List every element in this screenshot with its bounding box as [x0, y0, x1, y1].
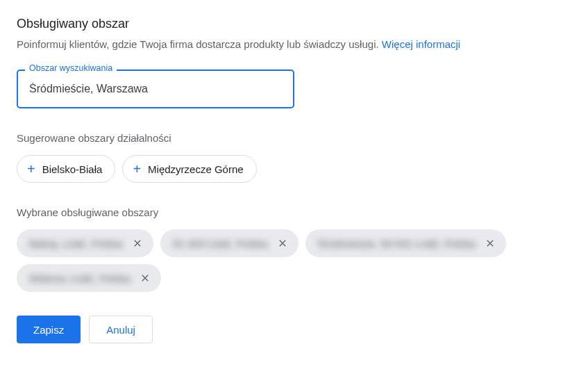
save-button[interactable]: Zapisz: [17, 316, 81, 343]
search-field-container: Obszar wyszukiwania: [17, 70, 294, 108]
cancel-button[interactable]: Anuluj: [89, 316, 153, 343]
more-info-link[interactable]: Więcej informacji: [382, 38, 460, 50]
remove-chip-button[interactable]: [128, 234, 146, 252]
remove-chip-button[interactable]: [274, 234, 292, 252]
selected-chip-row: Bałuty, Łódź, Polska 91-463 Łódź, Polska…: [17, 229, 571, 292]
remove-chip-button[interactable]: [136, 269, 154, 287]
selected-chip-label: Bałuty, Łódź, Polska: [29, 238, 123, 250]
suggested-areas-label: Sugerowane obszary działalności: [17, 132, 571, 144]
suggested-chip[interactable]: + Bielsko-Biała: [17, 155, 115, 183]
search-input[interactable]: [17, 70, 294, 108]
selected-chip: 91-463 Łódź, Polska: [160, 229, 299, 257]
search-field-label: Obszar wyszukiwania: [25, 63, 117, 73]
selected-chip: Bałuty, Łódź, Polska: [17, 229, 153, 257]
plus-icon: +: [133, 162, 141, 176]
close-icon: [140, 272, 151, 284]
action-buttons-row: Zapisz Anuluj: [17, 316, 571, 343]
suggested-chip[interactable]: + Międzyrzecze Górne: [122, 155, 256, 183]
remove-chip-button[interactable]: [481, 234, 499, 252]
suggested-chip-row: + Bielsko-Biała + Międzyrzecze Górne: [17, 155, 571, 183]
close-icon: [277, 238, 288, 249]
close-icon: [485, 238, 496, 249]
page-title: Obsługiwany obszar: [17, 17, 571, 31]
selected-areas-label: Wybrane obsługiwane obszary: [17, 206, 571, 218]
suggested-chip-label: Międzyrzecze Górne: [148, 163, 244, 175]
subtitle-text: Poinformuj klientów, gdzie Twoja firma d…: [17, 38, 382, 50]
selected-chip: Śródmieście, 90-001 Łódź, Polska: [305, 229, 507, 257]
selected-chip-label: Śródmieście, 90-001 Łódź, Polska: [318, 238, 476, 250]
suggested-chip-label: Bielsko-Biała: [42, 163, 103, 175]
selected-chip-label: 91-463 Łódź, Polska: [173, 238, 268, 250]
page-subtitle: Poinformuj klientów, gdzie Twoja firma d…: [17, 38, 571, 50]
plus-icon: +: [27, 162, 35, 176]
selected-chip-label: Widzew, Łódź, Polska: [29, 272, 131, 284]
selected-chip: Widzew, Łódź, Polska: [17, 264, 161, 292]
close-icon: [132, 238, 143, 249]
